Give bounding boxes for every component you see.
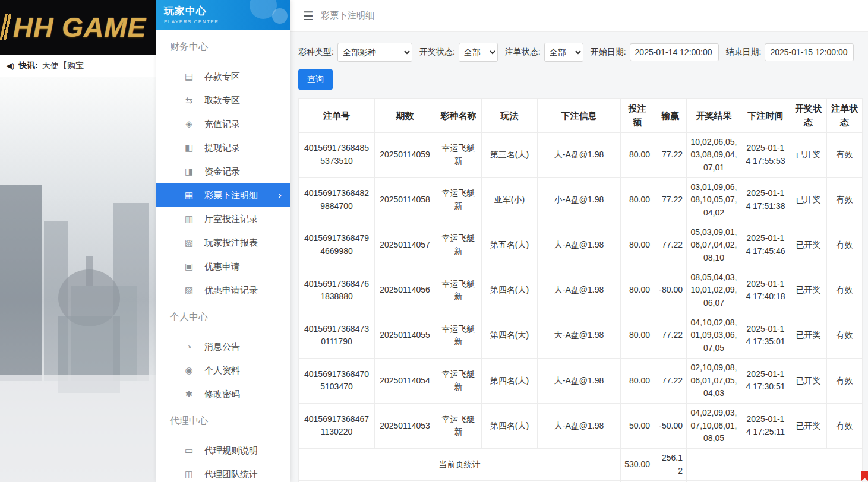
- cell-time: 2025-01-14 17:25:11: [741, 403, 790, 448]
- column-header: 投注额: [621, 99, 654, 133]
- cell-period: 20250114059: [375, 132, 435, 177]
- cell-winloss: -80.00: [654, 268, 687, 313]
- summary-label: 当前页统计: [299, 448, 621, 480]
- city-background-image: [0, 77, 156, 482]
- sidebar-item-profile[interactable]: ◉个人资料: [156, 359, 290, 382]
- column-header: 注单状态: [827, 99, 863, 133]
- column-header: 彩种名称: [435, 99, 482, 133]
- column-header: 开奖结果: [687, 99, 741, 133]
- player-bet-report-icon: ▧: [183, 237, 195, 248]
- sidebar-item-agent-rules[interactable]: ▭代理规则说明: [156, 439, 290, 462]
- city-skyline-graphic: [0, 150, 156, 482]
- sidebar-item-withdrawal-record[interactable]: ◧提现记录: [156, 136, 290, 160]
- site-logo-area: HH GAME: [0, 0, 156, 55]
- summary-empty: [687, 448, 863, 480]
- cell-draw-status: 已开奖: [790, 132, 827, 177]
- cell-lottery: 幸运飞艇新: [435, 358, 482, 403]
- cell-result: 02,10,09,08,06,01,07,05,04,03: [687, 358, 741, 403]
- sidebar: 玩家中心 PLAYERS CENTER 财务中心▤存款专区⇆取款专区◈充值记录◧…: [156, 0, 290, 482]
- sidebar-header: 玩家中心 PLAYERS CENTER: [156, 0, 290, 30]
- cell-time: 2025-01-14 17:40:18: [741, 268, 790, 313]
- cell-amount: 80.00: [621, 177, 654, 223]
- speaker-icon: ◀): [6, 61, 14, 70]
- cell-draw-status: 已开奖: [790, 403, 827, 448]
- cell-order-status: 有效: [827, 268, 863, 313]
- recharge-record-icon: ◈: [183, 119, 195, 129]
- brand-panel: HH GAME ◀) 快讯: 天使【购宝: [0, 0, 156, 482]
- sidebar-item-label: 代理规则说明: [204, 445, 282, 456]
- end-date-input[interactable]: [765, 43, 854, 61]
- cell-order-no: 401569173684794669980: [299, 223, 375, 268]
- sidebar-item-promo-apply-records[interactable]: ▨优惠申请记录: [156, 278, 290, 302]
- sidebar-item-label: 修改密码: [204, 389, 282, 400]
- cell-result: 04,10,02,08,01,09,03,06,07,05: [687, 313, 741, 358]
- sidebar-item-lottery-bet-details[interactable]: ▦彩票下注明细›: [156, 183, 290, 207]
- cell-play: 第三名(大): [482, 132, 538, 177]
- column-header: 下注信息: [538, 99, 621, 133]
- table-row: 40156917368467113022020250114053幸运飞艇新第四名…: [299, 403, 863, 448]
- cell-period: 20250114054: [375, 358, 435, 403]
- column-header: 下注时间: [741, 99, 790, 133]
- cell-amount: 80.00: [621, 268, 654, 313]
- table-row: 40156917368470510347020250114054幸运飞艇新第四名…: [299, 358, 863, 403]
- filter-bar: 彩种类型: 全部彩种 开奖状态: 全部 注单状态: 全部 开始日期: 结束日期:: [298, 43, 863, 62]
- sidebar-item-room-bet-records[interactable]: ▥厅室投注记录: [156, 207, 290, 231]
- lottery-type-select[interactable]: 全部彩种: [337, 43, 412, 62]
- cell-order-no: 401569173684671130220: [299, 403, 375, 448]
- promo-apply-records-icon: ▨: [183, 285, 195, 296]
- deposit-icon: ▤: [183, 71, 195, 82]
- cell-amount: 80.00: [621, 358, 654, 403]
- sidebar-item-funds-record[interactable]: ◨资金记录: [156, 160, 290, 183]
- sidebar-item-promo-apply[interactable]: ▣优惠申请: [156, 255, 290, 278]
- cell-result: 08,05,04,03,10,01,02,09,06,07: [687, 268, 741, 313]
- cell-bet-info: 大-A盘@1.98: [538, 268, 621, 313]
- sidebar-menu: 财务中心▤存款专区⇆取款专区◈充值记录◧提现记录◨资金记录▦彩票下注明细›▥厅室…: [156, 30, 290, 482]
- summary-winloss: 256.12: [654, 448, 687, 480]
- agent-rules-icon: ▭: [183, 445, 195, 456]
- cell-bet-info: 大-A盘@1.98: [538, 313, 621, 358]
- column-header: 开奖状态: [790, 99, 827, 133]
- ticker-text: 天使【购宝: [42, 61, 84, 71]
- hamburger-menu-icon[interactable]: ☰: [303, 10, 314, 22]
- cell-bet-info: 大-A盘@1.98: [538, 358, 621, 403]
- cell-winloss: 77.22: [654, 177, 687, 223]
- cell-order-status: 有效: [827, 403, 863, 448]
- sidebar-subtitle: PLAYERS CENTER: [164, 19, 282, 24]
- cell-order-no: 401569173684855373510: [299, 132, 375, 177]
- cell-time: 2025-01-14 17:30:51: [741, 358, 790, 403]
- search-button[interactable]: 查询: [298, 69, 333, 90]
- room-bet-records-icon: ▥: [183, 214, 195, 224]
- cell-order-no: 401569173684730111790: [299, 313, 375, 358]
- table-row: 40156917368482988470020250114058幸运飞艇新亚军(…: [299, 177, 863, 223]
- draw-status-select[interactable]: 全部: [459, 43, 498, 62]
- sidebar-item-label: 提现记录: [204, 142, 282, 154]
- table-row: 40156917368479466998020250114057幸运飞艇新第五名…: [299, 223, 863, 268]
- sidebar-item-label: 彩票下注明细: [204, 190, 273, 201]
- cell-bet-info: 大-A盘@1.98: [538, 223, 621, 268]
- main-area: ☰ 彩票下注明细 彩种类型: 全部彩种 开奖状态: 全部 注单状态: 全部 开始…: [290, 0, 868, 482]
- sidebar-item-deposit[interactable]: ▤存款专区: [156, 65, 290, 88]
- cell-play: 第四名(大): [482, 268, 538, 313]
- app-root: HH GAME ◀) 快讯: 天使【购宝 玩家中心 PLAY: [0, 0, 868, 482]
- cell-order-no: 401569173684705103470: [299, 358, 375, 403]
- sidebar-item-withdraw[interactable]: ⇆取款专区: [156, 88, 290, 112]
- cell-lottery: 幸运飞艇新: [435, 313, 482, 358]
- column-header: 期数: [375, 99, 435, 133]
- sidebar-item-change-password-gear[interactable]: ✱修改密码: [156, 382, 290, 406]
- start-date-input[interactable]: [630, 43, 719, 61]
- sidebar-item-player-bet-report[interactable]: ▧玩家投注报表: [156, 231, 290, 255]
- cell-amount: 80.00: [621, 223, 654, 268]
- sidebar-item-announcement-bell[interactable]: ◔消息公告: [156, 335, 290, 359]
- header-row: 注单号期数彩种名称玩法下注信息投注额输赢开奖结果下注时间开奖状态注单状态: [299, 99, 863, 133]
- lottery-bet-details-icon: ▦: [183, 190, 195, 201]
- sidebar-item-agent-team-stats[interactable]: ◫代理团队统计: [156, 462, 290, 482]
- sidebar-section-title: 个人中心: [156, 302, 290, 331]
- table-row: 40156917368485537351020250114059幸运飞艇新第三名…: [299, 132, 863, 177]
- sidebar-item-recharge-record[interactable]: ◈充值记录: [156, 112, 290, 136]
- cell-period: 20250114056: [375, 268, 435, 313]
- cell-time: 2025-01-14 17:35:01: [741, 313, 790, 358]
- order-status-label: 注单状态:: [505, 47, 541, 58]
- order-status-select[interactable]: 全部: [544, 43, 583, 62]
- cell-play: 亚军(小): [482, 177, 538, 223]
- logo-bars-icon: [0, 14, 14, 40]
